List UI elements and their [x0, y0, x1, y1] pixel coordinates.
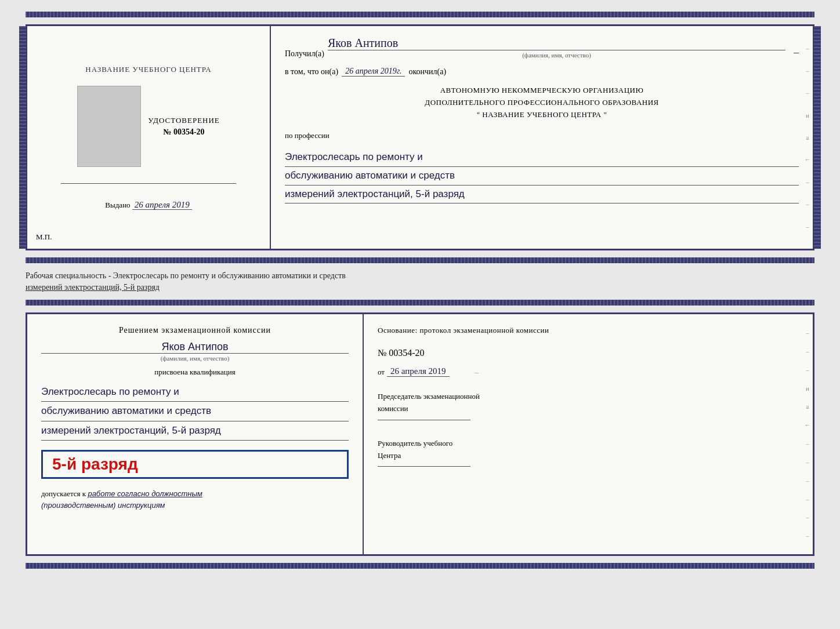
- dash-8: –: [806, 201, 809, 208]
- num-block: № 00354-20: [378, 348, 799, 358]
- middle-line1: Рабочая специальность - Электрослесарь п…: [26, 270, 814, 282]
- mp-label: М.П.: [36, 232, 52, 242]
- dash-1: –: [806, 45, 809, 52]
- osnov-label: Основание: протокол экзаменационной коми…: [378, 326, 799, 335]
- profession-block: Электрослесарь по ремонту и обслуживанию…: [285, 148, 799, 203]
- ot-dash: –: [475, 368, 479, 377]
- dopusk-italic1: работе согласно должностным: [88, 489, 202, 498]
- dash-5: а: [806, 134, 809, 141]
- predsedatel-title: Председатель экзаменационной: [378, 391, 799, 403]
- right-dashes-bot: – – – и а ← – – – – – –: [802, 314, 813, 554]
- resheniem-title: Решением экзаменационной комиссии: [41, 326, 349, 335]
- dash-7: –: [806, 179, 809, 186]
- photo-placeholder: [77, 86, 141, 167]
- predsedatel-block: Председатель экзаменационной комиссии: [378, 391, 799, 420]
- poluchil-line: Получил(а) Яков Антипов (фамилия, имя, о…: [285, 37, 799, 59]
- bdash-4: и: [806, 385, 809, 392]
- profession-line1: Электрослесарь по ремонту и: [285, 148, 799, 167]
- ot-date: 26 апреля 2019: [387, 366, 450, 377]
- predsedatel-signature: [378, 420, 470, 420]
- bdash-8: –: [806, 459, 809, 466]
- bottom-document: Решением экзаменационной комиссии Яков А…: [26, 312, 814, 556]
- dopuskaetsya-label: допускается к: [41, 489, 86, 498]
- rukovoditel-title: Руководитель учебного: [378, 438, 799, 450]
- recipient-name: Яков Антипов: [328, 37, 785, 50]
- bdash-3: –: [806, 366, 809, 373]
- ot-label: от: [378, 368, 385, 377]
- bdash-12: –: [806, 532, 809, 539]
- org-line2: ДОПОЛНИТЕЛЬНОГО ПРОФЕССИОНАЛЬНОГО ОБРАЗО…: [285, 97, 799, 109]
- bdash-5: а: [806, 403, 809, 410]
- right-dashes-top: – – – и а ← – – –: [802, 26, 813, 249]
- po-professii-label: по профессии: [285, 131, 799, 140]
- razryad-badge: 5-й разряд: [41, 450, 349, 479]
- dash-2: –: [806, 67, 809, 74]
- bdash-9: –: [806, 477, 809, 484]
- org-name: " НАЗВАНИЕ УЧЕБНОГО ЦЕНТРА ": [285, 109, 799, 121]
- dash-4: и: [806, 112, 809, 119]
- ot-block: от 26 апреля 2019 –: [378, 366, 799, 377]
- doc-right-panel: Получил(а) Яков Антипов (фамилия, имя, о…: [271, 26, 813, 249]
- bot-prof-line3: измерений электростанций, 5-й разряд: [41, 421, 349, 441]
- org-line1: АВТОНОМНУЮ НЕКОММЕРЧЕСКУЮ ОРГАНИЗАЦИЮ: [285, 85, 799, 97]
- bot-recipient-name: Яков Антипов: [41, 341, 349, 353]
- bot-top-border: [26, 300, 814, 306]
- bot-name-block: Яков Антипов (фамилия, имя, отчество): [41, 341, 349, 362]
- udostoverenie-label: УДОСТОВЕРЕНИЕ: [148, 116, 220, 125]
- vydano-label: Выдано: [105, 201, 130, 209]
- vydano-block: Выдано 26 апреля 2019: [105, 200, 191, 210]
- okoncil-label: окончил(а): [408, 67, 446, 77]
- top-document: НАЗВАНИЕ УЧЕБНОГО ЦЕНТРА УДОСТОВЕРЕНИЕ №…: [26, 24, 814, 250]
- top-border: [26, 12, 814, 17]
- top-bottom-border: [26, 257, 814, 263]
- udostoverenie-number: № 00354-20: [148, 128, 220, 137]
- middle-text-block: Рабочая специальность - Электрослесарь п…: [26, 270, 814, 293]
- rukovoditel-sub: Центра: [378, 450, 799, 462]
- bot-profession-block: Электрослесарь по ремонту и обслуживанию…: [41, 383, 349, 441]
- bdash-1: –: [806, 329, 809, 336]
- profession-line2: обслуживанию автоматики и средств: [285, 167, 799, 186]
- razryad-text: 5-й разряд: [52, 455, 138, 473]
- dopuskaetsya-block: допускается к работе согласно должностны…: [41, 488, 349, 511]
- dash-right-top: –: [794, 46, 799, 59]
- rukovoditel-signature: [378, 466, 470, 467]
- dash-6: ←: [805, 156, 811, 163]
- dopusk-italic2: (производственным) инструкциям: [41, 501, 165, 510]
- bot-right-panel: Основание: протокол экзаменационной коми…: [364, 314, 813, 554]
- bot-prof-line2: обслуживанию автоматики и средств: [41, 402, 349, 421]
- bot-fio-hint: (фамилия, имя, отчество): [41, 353, 349, 362]
- bdash-6: ←: [805, 421, 811, 428]
- bot-left-panel: Решением экзаменационной комиссии Яков А…: [27, 314, 364, 554]
- bdash-11: –: [806, 514, 809, 521]
- poluchil-label: Получил(а): [285, 49, 324, 59]
- fio-hint-top: (фамилия, имя, отчество): [328, 52, 785, 59]
- vydano-date: 26 апреля 2019: [132, 200, 192, 210]
- bdash-10: –: [806, 496, 809, 503]
- protocol-number: № 00354-20: [378, 348, 425, 358]
- profession-line3: измерений электростанций, 5-й разряд: [285, 186, 799, 204]
- udostoverenie-block: УДОСТОВЕРЕНИЕ № 00354-20: [148, 116, 220, 137]
- rukovoditel-block: Руководитель учебного Центра: [378, 438, 799, 467]
- predsedatel-sub: комиссии: [378, 403, 799, 415]
- course-date: 26 апреля 2019г.: [342, 67, 405, 77]
- dash-9: –: [806, 223, 809, 230]
- org-block: АВТОНОМНУЮ НЕКОММЕРЧЕСКУЮ ОРГАНИЗАЦИЮ ДО…: [285, 85, 799, 121]
- doc-left-panel: НАЗВАНИЕ УЧЕБНОГО ЦЕНТРА УДОСТОВЕРЕНИЕ №…: [27, 26, 271, 249]
- left-title: НАЗВАНИЕ УЧЕБНОГО ЦЕНТРА: [85, 65, 211, 74]
- bot-prof-line1: Электрослесарь по ремонту и: [41, 383, 349, 402]
- vtom-label: в том, что он(а): [285, 67, 338, 77]
- vtom-line: в том, что он(а) 26 апреля 2019г. окончи…: [285, 67, 799, 77]
- prisvoena-label: присвоена квалификация: [41, 368, 349, 377]
- bdash-7: –: [806, 440, 809, 447]
- bottom-border: [26, 563, 814, 569]
- bdash-2: –: [806, 348, 809, 355]
- dash-3: –: [806, 89, 809, 96]
- middle-line2: измерений электростанций, 5-й разряд: [26, 282, 814, 293]
